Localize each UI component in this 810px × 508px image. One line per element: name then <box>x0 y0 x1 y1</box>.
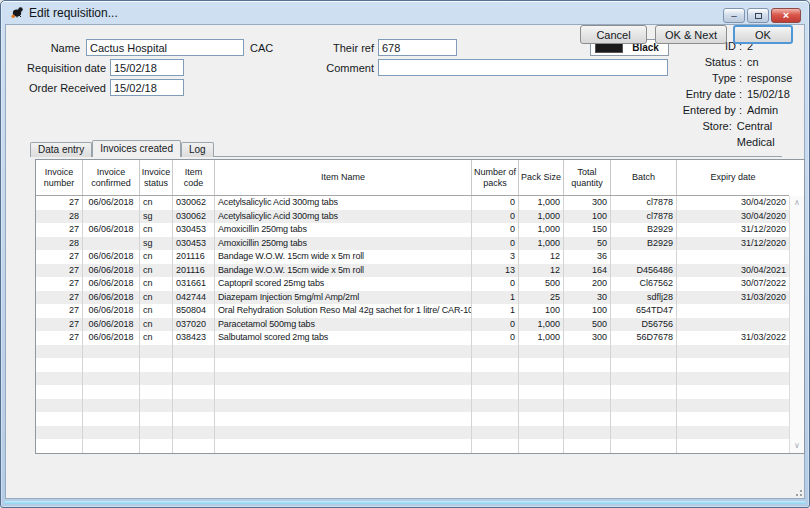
cell: Bandage W.O.W. 15cm wide x 5m roll <box>215 264 472 278</box>
order-received-input[interactable] <box>110 79 184 96</box>
cell <box>173 345 215 359</box>
cell: 0 <box>472 196 519 210</box>
tab-log[interactable]: Log <box>181 142 214 157</box>
cell: cn <box>140 291 173 305</box>
cell <box>36 385 83 399</box>
column-header-9[interactable]: Expiry date <box>677 160 789 195</box>
cell <box>140 358 173 372</box>
cell: 030062 <box>173 196 215 210</box>
cell: 56D7678 <box>611 331 677 345</box>
table-row[interactable]: 2706/06/2018cn030453Amoxicillin 250mg ta… <box>36 223 789 237</box>
cell: 31/12/2020 <box>677 223 789 237</box>
entered-by-value: Admin <box>747 102 778 118</box>
cell: Amoxicillin 250mg tabs <box>215 223 472 237</box>
column-header-4[interactable]: Item Name <box>215 160 472 195</box>
table-row[interactable] <box>36 372 789 386</box>
table-row[interactable]: 2706/06/2018cn850804Oral Rehydration Sol… <box>36 304 789 318</box>
table-row[interactable] <box>36 412 789 426</box>
cell <box>611 412 677 426</box>
table-row[interactable]: 28sg030062Acetylsalicylic Acid 300mg tab… <box>36 210 789 224</box>
cell <box>472 358 519 372</box>
column-header-1[interactable]: Invoice confirmed <box>83 160 140 195</box>
scroll-down-icon[interactable]: ∨ <box>794 439 800 453</box>
cell: Acetylsalicylic Acid 300mg tabs <box>215 210 472 224</box>
cell <box>36 358 83 372</box>
cell: 0 <box>472 223 519 237</box>
window-title: Edit requisition... <box>29 6 118 20</box>
cell: sdflj28 <box>611 291 677 305</box>
table-row[interactable] <box>36 345 789 359</box>
table-row[interactable]: 2706/06/2018cn030062Acetylsalicylic Acid… <box>36 196 789 210</box>
table-row[interactable]: 28sg030453Amoxicillin 250mg tabs01,00050… <box>36 237 789 251</box>
cell: 0 <box>472 331 519 345</box>
tab-strip: Data entry Invoices created Log <box>30 140 214 157</box>
cell: 30/04/2021 <box>677 264 789 278</box>
ok-button[interactable]: OK <box>733 25 793 44</box>
table-row[interactable]: 2706/06/2018cn201116Bandage W.O.W. 15cm … <box>36 264 789 278</box>
cell <box>611 250 677 264</box>
cell: cn <box>140 277 173 291</box>
cell <box>215 439 472 453</box>
store-value: Central Medical <box>737 118 808 134</box>
table-row[interactable]: 2706/06/2018cn031661Captopril scored 25m… <box>36 277 789 291</box>
table-row[interactable] <box>36 426 789 440</box>
ok-next-button[interactable]: OK & Next <box>655 25 727 44</box>
cell <box>519 399 564 413</box>
cell: 30/07/2022 <box>677 277 789 291</box>
cell <box>140 426 173 440</box>
title-bar[interactable]: Edit requisition... – × <box>1 1 809 24</box>
table-row[interactable] <box>36 385 789 399</box>
table-row[interactable] <box>36 358 789 372</box>
table-row[interactable]: 2706/06/2018cn038423Salbutamol scored 2m… <box>36 331 789 345</box>
tab-invoices-created[interactable]: Invoices created <box>92 140 181 157</box>
column-header-8[interactable]: Batch <box>611 160 677 195</box>
their-ref-input[interactable] <box>378 39 457 56</box>
their-ref-label: Their ref <box>282 40 374 56</box>
cancel-button[interactable]: Cancel <box>580 25 647 44</box>
cell <box>83 345 140 359</box>
cell: 1 <box>472 304 519 318</box>
cell <box>519 426 564 440</box>
table-scrollbar[interactable]: ∧ ∨ <box>789 196 804 453</box>
requisition-info: ID :2 Status :cn Type :response Entry da… <box>590 38 808 134</box>
cell: 06/06/2018 <box>83 277 140 291</box>
cell: 030062 <box>173 210 215 224</box>
table-header-row: Invoice numberInvoice confirmedInvoice s… <box>36 160 789 196</box>
close-button[interactable]: × <box>771 8 801 23</box>
column-header-6[interactable]: Pack Size <box>519 160 564 195</box>
cell <box>564 439 611 453</box>
name-input[interactable] <box>86 39 244 56</box>
cell: 201116 <box>173 264 215 278</box>
cell: 031661 <box>173 277 215 291</box>
tab-data-entry[interactable]: Data entry <box>30 142 92 157</box>
cell: 31/03/2020 <box>677 291 789 305</box>
column-header-0[interactable]: Invoice number <box>36 160 83 195</box>
cell: 27 <box>36 304 83 318</box>
column-header-3[interactable]: Item code <box>173 160 215 195</box>
cell: 36 <box>564 250 611 264</box>
table-row[interactable]: 2706/06/2018cn201116Bandage W.O.W. 15cm … <box>36 250 789 264</box>
column-header-2[interactable]: Invoice status <box>140 160 173 195</box>
requisition-date-input[interactable] <box>110 59 184 76</box>
cell <box>519 385 564 399</box>
cell: cn <box>140 250 173 264</box>
cell: 0 <box>472 237 519 251</box>
column-header-7[interactable]: Total quantity <box>564 160 611 195</box>
cell: 31/03/2022 <box>677 331 789 345</box>
table-row[interactable] <box>36 439 789 453</box>
cell: cn <box>140 264 173 278</box>
cell <box>677 385 789 399</box>
column-header-5[interactable]: Number of packs <box>472 160 519 195</box>
cell: 100 <box>564 304 611 318</box>
minimize-button[interactable]: – <box>723 8 745 23</box>
maximize-button[interactable] <box>747 8 769 23</box>
cell <box>140 412 173 426</box>
cell: 042744 <box>173 291 215 305</box>
table-row[interactable]: 2706/06/2018cn042744Diazepam Injection 5… <box>36 291 789 305</box>
table-row[interactable] <box>36 399 789 413</box>
resize-grip[interactable] <box>792 486 802 496</box>
table-row[interactable]: 2706/06/2018cn037020Paracetamol 500mg ta… <box>36 318 789 332</box>
cell <box>83 210 140 224</box>
scroll-up-icon[interactable]: ∧ <box>794 196 800 210</box>
cell: 30/04/2020 <box>677 196 789 210</box>
